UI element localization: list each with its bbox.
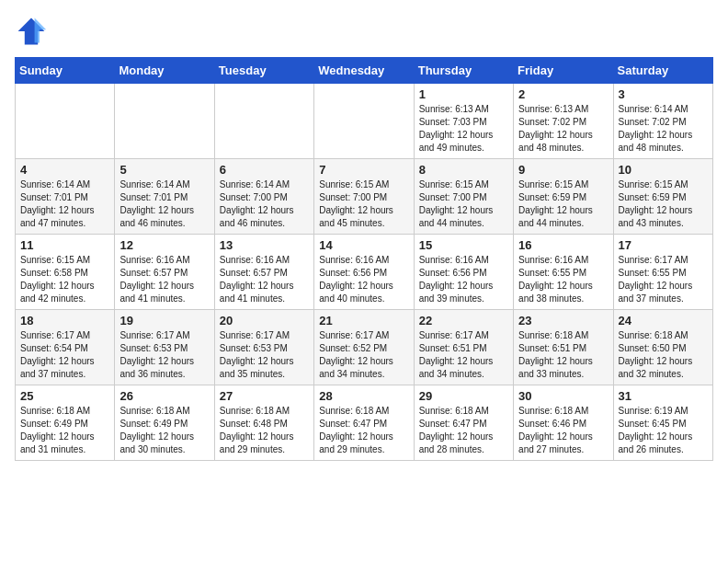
day-number: 16 <box>518 238 608 252</box>
calendar-cell: 16Sunrise: 6:16 AM Sunset: 6:55 PM Dayli… <box>514 235 613 310</box>
day-number: 8 <box>419 163 508 177</box>
calendar-week-row: 11Sunrise: 6:15 AM Sunset: 6:58 PM Dayli… <box>16 235 713 310</box>
calendar-cell <box>214 84 313 159</box>
day-info: Sunrise: 6:13 AM Sunset: 7:02 PM Dayligh… <box>518 103 608 155</box>
day-number: 22 <box>419 314 508 327</box>
day-number: 10 <box>619 163 708 177</box>
day-number: 28 <box>319 389 408 403</box>
calendar-cell: 26Sunrise: 6:18 AM Sunset: 6:49 PM Dayli… <box>115 385 214 461</box>
calendar-header-row: SundayMondayTuesdayWednesdayThursdayFrid… <box>16 58 713 84</box>
logo <box>15 15 53 48</box>
calendar-week-row: 18Sunrise: 6:17 AM Sunset: 6:54 PM Dayli… <box>16 310 713 385</box>
calendar-cell: 21Sunrise: 6:17 AM Sunset: 6:52 PM Dayli… <box>314 310 414 385</box>
calendar-cell: 22Sunrise: 6:17 AM Sunset: 6:51 PM Dayli… <box>414 310 513 385</box>
calendar-cell: 17Sunrise: 6:17 AM Sunset: 6:55 PM Dayli… <box>613 235 712 310</box>
day-header-monday: Monday <box>115 58 214 84</box>
day-info: Sunrise: 6:14 AM Sunset: 7:01 PM Dayligh… <box>20 178 109 230</box>
day-info: Sunrise: 6:15 AM Sunset: 6:59 PM Dayligh… <box>619 178 708 230</box>
day-info: Sunrise: 6:14 AM Sunset: 7:02 PM Dayligh… <box>619 103 708 155</box>
day-info: Sunrise: 6:15 AM Sunset: 7:00 PM Dayligh… <box>419 178 508 230</box>
calendar-cell <box>115 84 214 159</box>
calendar-cell: 31Sunrise: 6:19 AM Sunset: 6:45 PM Dayli… <box>613 385 712 461</box>
calendar-cell: 28Sunrise: 6:18 AM Sunset: 6:47 PM Dayli… <box>314 385 414 461</box>
calendar-week-row: 4Sunrise: 6:14 AM Sunset: 7:01 PM Daylig… <box>16 159 713 235</box>
day-number: 11 <box>20 238 109 252</box>
day-info: Sunrise: 6:14 AM Sunset: 7:01 PM Dayligh… <box>119 178 209 230</box>
calendar-cell: 10Sunrise: 6:15 AM Sunset: 6:59 PM Dayli… <box>613 159 712 235</box>
day-info: Sunrise: 6:15 AM Sunset: 6:59 PM Dayligh… <box>518 178 608 230</box>
day-info: Sunrise: 6:18 AM Sunset: 6:47 PM Dayligh… <box>319 405 408 456</box>
day-number: 12 <box>119 238 209 252</box>
calendar-cell: 8Sunrise: 6:15 AM Sunset: 7:00 PM Daylig… <box>414 159 513 235</box>
day-number: 31 <box>619 389 708 403</box>
day-info: Sunrise: 6:18 AM Sunset: 6:51 PM Dayligh… <box>518 329 608 381</box>
calendar-week-row: 1Sunrise: 6:13 AM Sunset: 7:03 PM Daylig… <box>16 84 713 159</box>
day-number: 18 <box>20 314 109 327</box>
page-header <box>15 15 713 48</box>
day-number: 19 <box>119 314 209 327</box>
day-number: 2 <box>518 87 608 101</box>
day-number: 20 <box>220 314 309 327</box>
day-info: Sunrise: 6:16 AM Sunset: 6:56 PM Dayligh… <box>319 254 408 305</box>
day-info: Sunrise: 6:15 AM Sunset: 6:58 PM Dayligh… <box>20 254 109 305</box>
calendar-cell: 7Sunrise: 6:15 AM Sunset: 7:00 PM Daylig… <box>314 159 414 235</box>
calendar-cell: 3Sunrise: 6:14 AM Sunset: 7:02 PM Daylig… <box>613 84 712 159</box>
calendar-cell: 9Sunrise: 6:15 AM Sunset: 6:59 PM Daylig… <box>514 159 613 235</box>
calendar-cell <box>314 84 414 159</box>
calendar-cell: 24Sunrise: 6:18 AM Sunset: 6:50 PM Dayli… <box>613 310 712 385</box>
day-number: 1 <box>419 87 508 101</box>
calendar-cell: 12Sunrise: 6:16 AM Sunset: 6:57 PM Dayli… <box>115 235 214 310</box>
day-number: 24 <box>619 314 708 327</box>
day-info: Sunrise: 6:17 AM Sunset: 6:51 PM Dayligh… <box>419 329 508 381</box>
day-number: 17 <box>619 238 708 252</box>
day-info: Sunrise: 6:18 AM Sunset: 6:46 PM Dayligh… <box>518 405 608 456</box>
day-info: Sunrise: 6:17 AM Sunset: 6:52 PM Dayligh… <box>319 329 408 381</box>
day-info: Sunrise: 6:17 AM Sunset: 6:55 PM Dayligh… <box>619 254 708 305</box>
day-header-tuesday: Tuesday <box>214 58 313 84</box>
day-number: 7 <box>319 163 408 177</box>
calendar-cell: 13Sunrise: 6:16 AM Sunset: 6:57 PM Dayli… <box>214 235 313 310</box>
day-info: Sunrise: 6:18 AM Sunset: 6:47 PM Dayligh… <box>419 405 508 456</box>
calendar-cell <box>16 84 115 159</box>
day-number: 27 <box>220 389 309 403</box>
day-header-saturday: Saturday <box>613 58 712 84</box>
day-header-friday: Friday <box>514 58 613 84</box>
day-info: Sunrise: 6:15 AM Sunset: 7:00 PM Dayligh… <box>319 178 408 230</box>
day-info: Sunrise: 6:17 AM Sunset: 6:53 PM Dayligh… <box>119 329 209 381</box>
day-header-thursday: Thursday <box>414 58 513 84</box>
day-info: Sunrise: 6:18 AM Sunset: 6:49 PM Dayligh… <box>119 405 209 456</box>
calendar-cell: 6Sunrise: 6:14 AM Sunset: 7:00 PM Daylig… <box>214 159 313 235</box>
calendar-cell: 15Sunrise: 6:16 AM Sunset: 6:56 PM Dayli… <box>414 235 513 310</box>
day-info: Sunrise: 6:13 AM Sunset: 7:03 PM Dayligh… <box>419 103 508 155</box>
calendar-cell: 4Sunrise: 6:14 AM Sunset: 7:01 PM Daylig… <box>16 159 115 235</box>
calendar-cell: 25Sunrise: 6:18 AM Sunset: 6:49 PM Dayli… <box>16 385 115 461</box>
day-number: 30 <box>518 389 608 403</box>
calendar-week-row: 25Sunrise: 6:18 AM Sunset: 6:49 PM Dayli… <box>16 385 713 461</box>
day-number: 23 <box>518 314 608 327</box>
day-number: 6 <box>220 163 309 177</box>
calendar-cell: 2Sunrise: 6:13 AM Sunset: 7:02 PM Daylig… <box>514 84 613 159</box>
day-info: Sunrise: 6:14 AM Sunset: 7:00 PM Dayligh… <box>220 178 309 230</box>
day-number: 14 <box>319 238 408 252</box>
day-info: Sunrise: 6:16 AM Sunset: 6:55 PM Dayligh… <box>518 254 608 305</box>
svg-marker-0 <box>18 18 45 45</box>
day-number: 25 <box>20 389 109 403</box>
day-number: 5 <box>119 163 209 177</box>
day-info: Sunrise: 6:17 AM Sunset: 6:53 PM Dayligh… <box>220 329 309 381</box>
calendar-table: SundayMondayTuesdayWednesdayThursdayFrid… <box>15 57 713 461</box>
calendar-cell: 20Sunrise: 6:17 AM Sunset: 6:53 PM Dayli… <box>214 310 313 385</box>
calendar-cell: 23Sunrise: 6:18 AM Sunset: 6:51 PM Dayli… <box>514 310 613 385</box>
day-info: Sunrise: 6:16 AM Sunset: 6:56 PM Dayligh… <box>419 254 508 305</box>
calendar-cell: 14Sunrise: 6:16 AM Sunset: 6:56 PM Dayli… <box>314 235 414 310</box>
logo-icon <box>15 15 48 48</box>
day-number: 13 <box>220 238 309 252</box>
calendar-cell: 5Sunrise: 6:14 AM Sunset: 7:01 PM Daylig… <box>115 159 214 235</box>
calendar-cell: 18Sunrise: 6:17 AM Sunset: 6:54 PM Dayli… <box>16 310 115 385</box>
day-info: Sunrise: 6:16 AM Sunset: 6:57 PM Dayligh… <box>119 254 209 305</box>
calendar-cell: 19Sunrise: 6:17 AM Sunset: 6:53 PM Dayli… <box>115 310 214 385</box>
day-info: Sunrise: 6:16 AM Sunset: 6:57 PM Dayligh… <box>220 254 309 305</box>
day-number: 26 <box>119 389 209 403</box>
day-info: Sunrise: 6:18 AM Sunset: 6:48 PM Dayligh… <box>220 405 309 456</box>
day-header-sunday: Sunday <box>16 58 115 84</box>
day-header-wednesday: Wednesday <box>314 58 414 84</box>
